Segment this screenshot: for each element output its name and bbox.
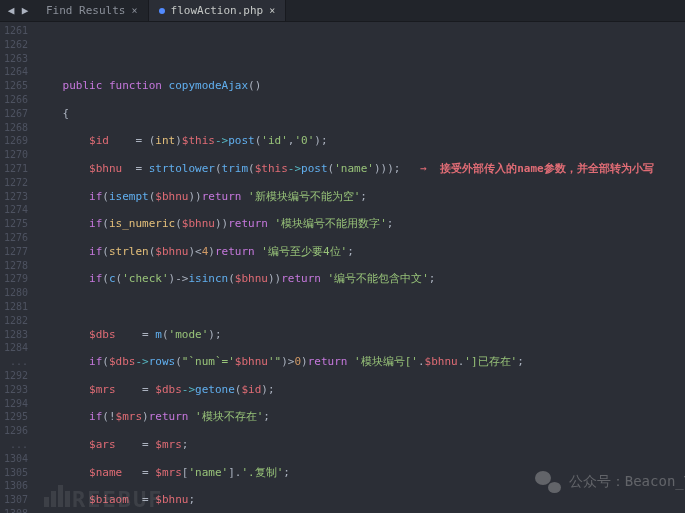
line-number: 1296: [4, 424, 28, 438]
line-number: 1263: [4, 52, 28, 66]
tab-flowaction[interactable]: flowAction.php ×: [149, 0, 287, 21]
line-number: 1271: [4, 162, 28, 176]
line-number: 1305: [4, 466, 28, 480]
line-number: 1267: [4, 107, 28, 121]
line-number: 1273: [4, 190, 28, 204]
code-area[interactable]: public function copymodeAjax() { $id = (…: [36, 22, 685, 513]
line-number: 1307: [4, 493, 28, 507]
line-number: 1269: [4, 134, 28, 148]
line-number: 1266: [4, 93, 28, 107]
annotation: 接受外部传入的name参数，并全部转为小写: [440, 162, 654, 175]
line-number: 1278: [4, 259, 28, 273]
modified-dot-icon: [159, 8, 165, 14]
tab-find-results[interactable]: Find Results ×: [36, 0, 149, 21]
tab-label: Find Results: [46, 4, 125, 17]
line-number: 1264: [4, 65, 28, 79]
nav-arrows: ◀ ▶: [0, 4, 36, 17]
line-number: 1308: [4, 507, 28, 513]
line-number: 1282: [4, 314, 28, 328]
line-number: 1275: [4, 217, 28, 231]
line-number: 1292: [4, 369, 28, 383]
gutter: 1261 1262 1263 1264 1265 1266 1267 1268 …: [0, 22, 36, 513]
line-number: 1280: [4, 286, 28, 300]
line-number: 1304: [4, 452, 28, 466]
line-number: 1270: [4, 148, 28, 162]
line-number: 1277: [4, 245, 28, 259]
line-number: 1261: [4, 24, 28, 38]
line-number: 1274: [4, 203, 28, 217]
fold-marker[interactable]: ...: [4, 438, 28, 452]
line-number: 1294: [4, 397, 28, 411]
close-icon[interactable]: ×: [269, 5, 275, 16]
tab-label: flowAction.php: [171, 4, 264, 17]
code-content: public function copymodeAjax() { $id = (…: [36, 65, 685, 513]
line-number: 1284: [4, 341, 28, 355]
line-number: 1276: [4, 231, 28, 245]
close-icon[interactable]: ×: [131, 5, 137, 16]
line-number: 1306: [4, 479, 28, 493]
fold-marker[interactable]: ...: [4, 355, 28, 369]
editor[interactable]: 1261 1262 1263 1264 1265 1266 1267 1268 …: [0, 22, 685, 513]
line-number: 1272: [4, 176, 28, 190]
line-number: 1262: [4, 38, 28, 52]
nav-forward-icon[interactable]: ▶: [18, 4, 32, 17]
line-number: 1281: [4, 300, 28, 314]
line-number: 1279: [4, 272, 28, 286]
line-number: 1295: [4, 410, 28, 424]
line-number: 1268: [4, 121, 28, 135]
line-number: 1265: [4, 79, 28, 93]
nav-back-icon[interactable]: ◀: [4, 4, 18, 17]
line-number: 1283: [4, 328, 28, 342]
line-number: 1293: [4, 383, 28, 397]
tab-bar: ◀ ▶ Find Results × flowAction.php ×: [0, 0, 685, 22]
